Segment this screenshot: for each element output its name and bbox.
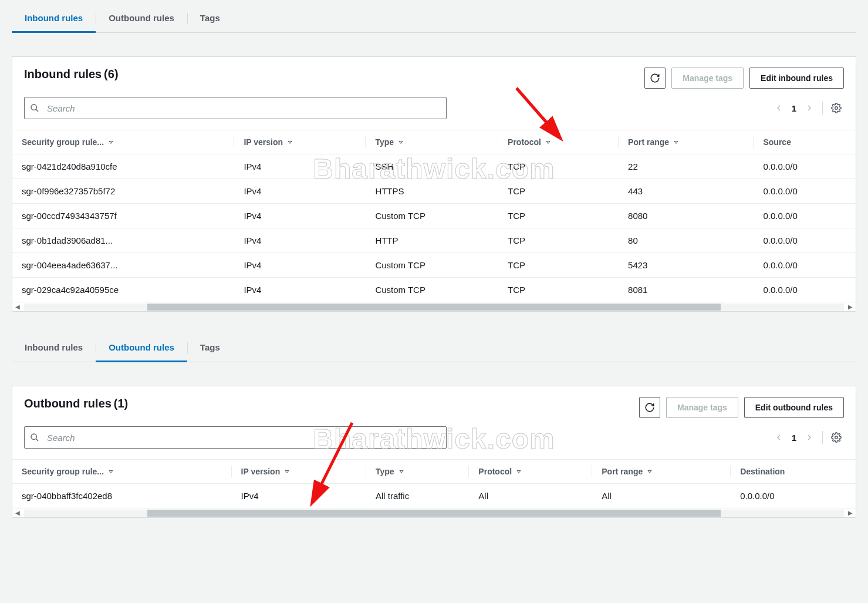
next-page-button[interactable] xyxy=(802,101,816,115)
search-icon xyxy=(30,103,39,113)
tab-inbound-rules[interactable]: Inbound rules xyxy=(12,6,96,33)
cell: IPv4 xyxy=(234,179,366,204)
tab-outbound-rules[interactable]: Outbound rules xyxy=(96,6,187,32)
refresh-icon xyxy=(644,402,655,413)
table-row[interactable]: sgr-0b1dad3906ad81...IPv4HTTPTCP800.0.0.… xyxy=(12,228,856,253)
svg-line-1 xyxy=(36,109,38,112)
filter-icon xyxy=(286,139,293,146)
cell: TCP xyxy=(498,154,619,179)
col-sg-rule[interactable]: Security group rule... xyxy=(12,130,234,154)
pager: 1 xyxy=(772,100,844,116)
manage-tags-button[interactable]: Manage tags xyxy=(671,68,744,89)
filter-icon xyxy=(515,468,522,475)
manage-tags-button[interactable]: Manage tags xyxy=(666,397,738,418)
cell: TCP xyxy=(498,204,619,228)
col-port-range[interactable]: Port range xyxy=(592,460,731,484)
cell: 0.0.0.0/0 xyxy=(754,204,856,228)
h-scrollbar[interactable]: ◀ ▶ xyxy=(12,508,856,517)
table-row[interactable]: sgr-0421d240d8a910cfeIPv4SSHTCP220.0.0.0… xyxy=(12,154,856,179)
tab-tags[interactable]: Tags xyxy=(187,335,233,362)
filter-icon xyxy=(673,139,680,146)
table-settings-button[interactable] xyxy=(829,430,844,445)
svg-point-10 xyxy=(835,436,838,439)
table-row[interactable]: sgr-040bbaff3fc402ed8IPv4All trafficAllA… xyxy=(12,484,856,508)
svg-marker-12 xyxy=(285,471,289,473)
cell: 0.0.0.0/0 xyxy=(754,278,856,302)
table-row[interactable]: sgr-029ca4c92a40595ceIPv4Custom TCPTCP80… xyxy=(12,278,856,302)
filter-icon xyxy=(398,468,405,475)
prev-page-button[interactable] xyxy=(772,430,786,444)
col-ip-version[interactable]: IP version xyxy=(232,460,366,484)
cell: 0.0.0.0/0 xyxy=(754,228,856,253)
cell: SSH xyxy=(366,154,498,179)
cell: Custom TCP xyxy=(366,253,498,278)
svg-marker-6 xyxy=(546,142,550,144)
svg-point-8 xyxy=(31,434,36,439)
panel-title: Outbound rules xyxy=(24,397,112,410)
cell: 5423 xyxy=(619,253,754,278)
col-port-range[interactable]: Port range xyxy=(619,130,754,154)
refresh-button[interactable] xyxy=(644,68,666,89)
table-row[interactable]: sgr-00ccd74934343757fIPv4Custom TCPTCP80… xyxy=(12,204,856,228)
search-input[interactable] xyxy=(24,97,447,119)
col-type[interactable]: Type xyxy=(366,130,498,154)
cell: sgr-0b1dad3906ad81... xyxy=(12,228,234,253)
cell: sgr-0f996e327357b5f72 xyxy=(12,179,234,204)
cell: IPv4 xyxy=(234,278,366,302)
next-page-button[interactable] xyxy=(802,430,816,444)
svg-marker-4 xyxy=(288,142,292,144)
table-settings-button[interactable] xyxy=(829,100,844,116)
refresh-button[interactable] xyxy=(639,397,660,418)
svg-marker-5 xyxy=(399,142,403,144)
svg-marker-13 xyxy=(400,471,403,473)
search-input-wrapper xyxy=(24,97,447,119)
filter-icon xyxy=(107,468,114,475)
cell: sgr-0421d240d8a910cfe xyxy=(12,154,234,179)
h-scrollbar[interactable]: ◀ ▶ xyxy=(12,302,856,311)
col-protocol[interactable]: Protocol xyxy=(498,130,619,154)
prev-page-button[interactable] xyxy=(772,101,786,115)
cell: 0.0.0.0/0 xyxy=(754,179,856,204)
col-source[interactable]: Source xyxy=(754,130,856,154)
refresh-icon xyxy=(650,73,660,83)
col-type[interactable]: Type xyxy=(366,460,469,484)
table-row[interactable]: sgr-0f996e327357b5f72IPv4HTTPSTCP4430.0.… xyxy=(12,179,856,204)
cell: sgr-029ca4c92a40595ce xyxy=(12,278,234,302)
cell: All xyxy=(469,484,592,508)
cell: 22 xyxy=(619,154,754,179)
svg-line-9 xyxy=(36,439,38,441)
cell: TCP xyxy=(498,179,619,204)
cell: HTTPS xyxy=(366,179,498,204)
filter-icon xyxy=(646,468,653,475)
panel-title: Inbound rules xyxy=(24,68,102,80)
col-sg-rule[interactable]: Security group rule... xyxy=(12,460,232,484)
tab-outbound-rules[interactable]: Outbound rules xyxy=(96,335,187,362)
cell: TCP xyxy=(498,278,619,302)
col-ip-version[interactable]: IP version xyxy=(234,130,366,154)
table-row[interactable]: sgr-004eea4ade63637...IPv4Custom TCPTCP5… xyxy=(12,253,856,278)
search-input-wrapper xyxy=(24,426,447,449)
cell: HTTP xyxy=(366,228,498,253)
filter-icon xyxy=(397,139,404,146)
search-input[interactable] xyxy=(24,426,447,449)
page-number: 1 xyxy=(792,103,796,113)
cell: sgr-040bbaff3fc402ed8 xyxy=(12,484,232,508)
edit-outbound-rules-button[interactable]: Edit outbound rules xyxy=(744,397,844,418)
cell: 8080 xyxy=(619,204,754,228)
pager: 1 xyxy=(772,430,844,445)
cell: TCP xyxy=(498,253,619,278)
tab-inbound-rules[interactable]: Inbound rules xyxy=(12,335,96,362)
col-protocol[interactable]: Protocol xyxy=(469,460,592,484)
cell: Custom TCP xyxy=(366,204,498,228)
svg-marker-11 xyxy=(109,471,113,473)
cell: sgr-004eea4ade63637... xyxy=(12,253,234,278)
panel-count: (6) xyxy=(104,68,118,80)
col-destination[interactable]: Destination xyxy=(731,460,856,484)
edit-inbound-rules-button[interactable]: Edit inbound rules xyxy=(749,68,844,89)
panel-count: (1) xyxy=(114,397,128,410)
cell: 0.0.0.0/0 xyxy=(731,484,856,508)
cell: IPv4 xyxy=(234,253,366,278)
tab-tags[interactable]: Tags xyxy=(187,6,233,32)
cell: TCP xyxy=(498,228,619,253)
cell: IPv4 xyxy=(234,228,366,253)
